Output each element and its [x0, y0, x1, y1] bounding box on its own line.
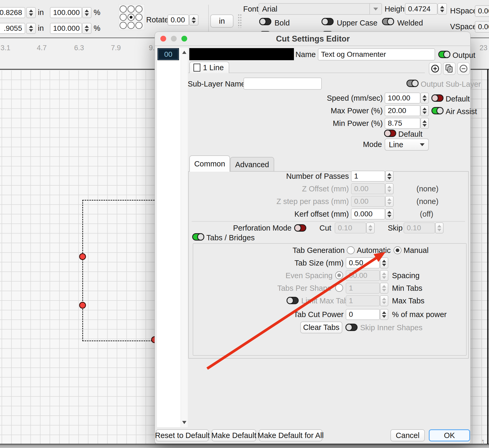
zoffset-stepper [385, 183, 394, 194]
speed-default-toggle[interactable] [431, 94, 444, 102]
scale-y-field[interactable]: 100.000 [50, 23, 82, 34]
line-tab[interactable]: 1 Line [189, 62, 229, 73]
add-layer-button[interactable] [429, 62, 441, 75]
maxpower-field[interactable]: 20.00 [385, 105, 420, 116]
anchor-point[interactable] [135, 14, 142, 21]
zstep-label: Z step per pass (mm) [262, 197, 349, 206]
vspace-field[interactable]: 0.00 [475, 21, 489, 33]
pos-x-stepper[interactable] [26, 7, 36, 18]
scroll-up-icon[interactable] [182, 51, 186, 54]
percent-y-label: % [94, 24, 100, 32]
reset-default-button[interactable]: Reset to Default [156, 429, 209, 441]
make-default-button[interactable]: Make Default [212, 429, 256, 441]
clear-tabs-button[interactable]: Clear Tabs [300, 322, 342, 333]
output-toggle[interactable] [438, 51, 450, 58]
scale-y-stepper[interactable] [82, 23, 91, 34]
make-default-all-button[interactable]: Make Default for All [259, 429, 322, 441]
rotate-label: Rotate [146, 16, 169, 24]
manual-label: Manual [404, 246, 429, 254]
height-field[interactable]: 0.4724 [405, 3, 437, 15]
anchor-point[interactable] [120, 22, 127, 29]
anchor-point[interactable] [128, 22, 135, 29]
pos-y-field[interactable]: .9055 [0, 23, 25, 34]
rotate-stepper[interactable] [189, 14, 198, 26]
anchor-grid[interactable] [119, 4, 145, 30]
ok-button[interactable]: OK [429, 429, 470, 441]
limitmaxtabs-toggle[interactable] [287, 297, 299, 304]
chevron-down-icon [369, 4, 381, 14]
pos-y-stepper[interactable] [26, 23, 36, 34]
power-default-toggle[interactable] [384, 130, 396, 137]
anchor-point[interactable] [135, 22, 142, 29]
layer-item-label: 00 [164, 50, 172, 58]
air-assist-toggle[interactable] [431, 107, 444, 114]
scale-x-stepper[interactable] [82, 7, 91, 18]
sublayer-name-input[interactable] [243, 78, 322, 90]
minpower-field[interactable]: 8.75 [385, 118, 420, 129]
tabspershape-radio[interactable] [335, 284, 343, 292]
tabs-bridges-toggle[interactable] [192, 233, 204, 241]
anchor-point[interactable] [135, 6, 142, 13]
tabcutpower-field[interactable]: 0 [346, 309, 380, 320]
remove-layer-button[interactable] [457, 62, 470, 75]
cut-field: 0.10 [335, 222, 366, 233]
font-combobox[interactable]: Arial [258, 3, 382, 15]
maxpower-stepper[interactable] [420, 105, 429, 116]
height-stepper[interactable] [437, 3, 447, 15]
hspace-field[interactable]: 0.00 [475, 5, 489, 17]
layer-list-scrollbar[interactable] [181, 48, 188, 427]
passes-stepper[interactable] [385, 171, 394, 182]
units-button[interactable]: in [210, 14, 233, 28]
tabsize-label: Tab Size (mm) [270, 259, 344, 267]
chevron-down-icon [420, 143, 425, 146]
tab-common[interactable]: Common [189, 155, 230, 172]
tab-advanced[interactable]: Advanced [230, 157, 274, 172]
welded-toggle[interactable] [382, 18, 394, 25]
bold-toggle[interactable] [259, 18, 271, 25]
anchor-point[interactable] [120, 6, 127, 13]
upper-case-toggle[interactable] [322, 18, 334, 25]
anchor-point-selected[interactable] [128, 14, 135, 21]
manual-radio[interactable] [394, 246, 401, 254]
anchor-point[interactable] [120, 14, 127, 21]
tab-marker[interactable] [79, 302, 86, 309]
pos-x-field[interactable]: 0.8268 [0, 7, 25, 18]
automatic-radio[interactable] [347, 246, 355, 254]
layer-item-selected[interactable]: 00 [158, 49, 179, 60]
scale-x-field[interactable]: 100.000 [50, 7, 82, 18]
kerf-stepper[interactable] [385, 208, 394, 220]
rotate-field[interactable]: 0.00 [167, 14, 189, 26]
speed-field[interactable]: 100.00 [385, 93, 420, 104]
tabsize-stepper[interactable] [380, 257, 388, 268]
cancel-button[interactable]: Cancel [390, 429, 425, 441]
tabcutpower-label: Tab Cut Power [270, 310, 344, 319]
ruler-tick: 3.1 [1, 44, 11, 52]
duplicate-layer-button[interactable] [443, 62, 456, 75]
output-sublayer-toggle[interactable] [406, 80, 419, 87]
tab-marker[interactable] [79, 253, 86, 260]
titlebar-divider [155, 45, 471, 46]
tabcutpower-stepper[interactable] [380, 309, 388, 320]
mode-dropdown[interactable]: Line [385, 139, 429, 151]
layer-list[interactable] [157, 48, 181, 427]
evenspacing-radio[interactable] [335, 271, 343, 279]
zstep-field: 0.00 [351, 196, 385, 207]
layer-name-input[interactable]: Text og Ornamenter [318, 48, 435, 60]
speed-stepper[interactable] [420, 93, 429, 104]
mintabs-stepper [380, 283, 388, 294]
output-sublayer-label: Output Sub-Layer [421, 80, 481, 88]
skipinner-toggle[interactable] [345, 324, 358, 331]
scroll-down-icon[interactable] [182, 421, 186, 424]
toolbar-grip[interactable] [238, 14, 242, 28]
ruler-tick: 9. [149, 44, 155, 52]
perforation-toggle[interactable] [294, 224, 306, 232]
dialog-title: Cut Settings Editor [155, 35, 471, 43]
minpower-stepper[interactable] [420, 118, 429, 129]
passes-field[interactable]: 1 [351, 171, 385, 182]
zstep-stepper [385, 196, 394, 207]
anchor-point[interactable] [128, 6, 135, 13]
tabsize-field[interactable]: 0.50 [346, 257, 380, 268]
spacing-field: 50.00 [346, 270, 380, 281]
kerf-field[interactable]: 0.000 [351, 208, 385, 220]
vspace-label: VSpace [450, 23, 477, 31]
